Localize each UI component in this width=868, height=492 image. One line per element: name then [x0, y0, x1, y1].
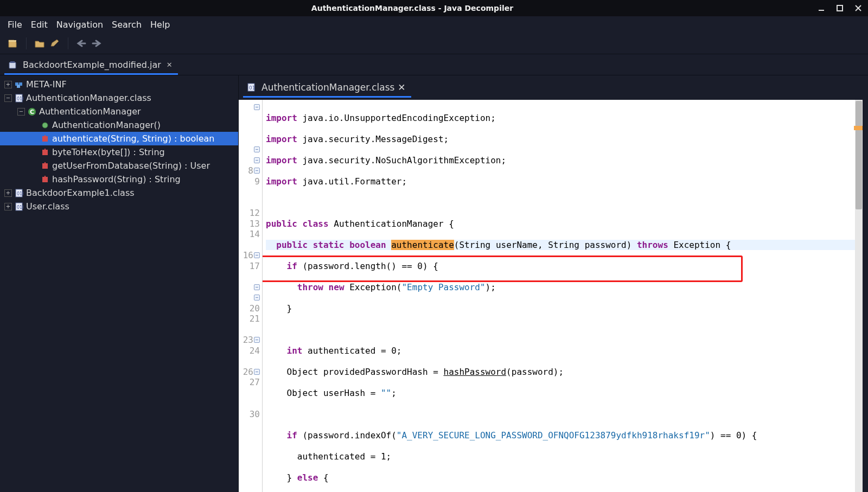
svg-rect-22: [44, 176, 46, 179]
class-file-icon: 010: [14, 202, 24, 212]
svg-point-14: [42, 123, 48, 128]
fold-toggle[interactable]: −: [254, 337, 260, 343]
jar-tab[interactable]: BackdoortExample_modified.jar ✕: [4, 56, 178, 75]
tree-label: BackdoorExample1.class: [26, 188, 135, 198]
expand-toggle[interactable]: +: [4, 81, 12, 88]
svg-rect-16: [44, 135, 46, 138]
expand-toggle[interactable]: −: [4, 94, 12, 102]
code-content[interactable]: import java.io.UnsupportedEncodingExcept…: [263, 100, 855, 492]
editor-area: 010 AuthenticationManager.class ✕ −−−8−9…: [239, 75, 868, 492]
jar-tab-label: BackdoortExample_modified.jar: [23, 60, 161, 70]
fold-toggle[interactable]: −: [254, 295, 260, 301]
tree-item[interactable]: hashPassword(String) : String: [0, 172, 238, 186]
svg-rect-18: [44, 149, 46, 152]
menu-help[interactable]: Help: [147, 18, 173, 31]
svg-rect-20: [44, 162, 46, 165]
tree-label: AuthenticationManager.class: [26, 93, 151, 103]
open-file-icon[interactable]: [33, 37, 46, 50]
code-editor[interactable]: −−−8−912131416−17−−202123−2426−2730 impo…: [239, 100, 863, 492]
svg-rect-6: [10, 61, 15, 63]
tree-label: User.class: [26, 201, 69, 212]
tree-item[interactable]: −CAuthenticationManager: [0, 105, 238, 118]
tree-label: META-INF: [26, 79, 67, 90]
scrollbar[interactable]: [855, 100, 863, 492]
svg-text:C: C: [30, 108, 34, 116]
method-icon: [40, 148, 50, 157]
fold-toggle[interactable]: −: [254, 252, 260, 258]
svg-text:010: 010: [17, 191, 23, 196]
menu-search[interactable]: Search: [108, 18, 145, 31]
ctor-icon: [40, 120, 50, 130]
fold-toggle[interactable]: −: [254, 157, 260, 163]
tree-label: AuthenticationManager: [39, 106, 141, 117]
line-number-gutter: −−−8−912131416−17−−202123−2426−2730: [239, 100, 263, 492]
package-explorer[interactable]: +META-INF−010AuthenticationManager.class…: [0, 75, 239, 492]
menu-file[interactable]: File: [4, 18, 25, 31]
menu-bar: File Edit Navigation Search Help: [0, 16, 868, 33]
tree-item[interactable]: +010BackdoorExample1.class: [0, 186, 238, 200]
expand-toggle[interactable]: +: [4, 203, 12, 210]
tree-item[interactable]: byteToHex(byte[]) : String: [0, 145, 238, 159]
close-button[interactable]: [853, 3, 864, 14]
fold-toggle[interactable]: −: [254, 104, 260, 110]
editor-tab-label: AuthenticationManager.class: [261, 82, 394, 93]
tree-item[interactable]: +010User.class: [0, 200, 238, 213]
tree-item[interactable]: authenticate(String, String) : boolean: [0, 132, 238, 145]
svg-rect-9: [17, 85, 20, 88]
expand-toggle[interactable]: +: [4, 189, 12, 197]
class-file-icon: 010: [14, 188, 24, 198]
method-icon: [40, 161, 50, 171]
package-icon: [14, 80, 24, 90]
svg-text:010: 010: [17, 205, 23, 210]
svg-rect-5: [9, 62, 16, 68]
class-icon: C: [27, 107, 37, 117]
expand-toggle[interactable]: −: [17, 108, 25, 116]
window-title: AuthenticationManager.class - Java Decom…: [16, 4, 808, 12]
forward-icon[interactable]: [90, 37, 103, 50]
jar-tab-strip: BackdoortExample_modified.jar ✕: [0, 54, 868, 75]
toolbar-separator: [26, 37, 27, 49]
menu-navigation[interactable]: Navigation: [53, 18, 106, 31]
editor-tab-strip: 010 AuthenticationManager.class ✕: [239, 75, 868, 98]
back-icon[interactable]: [75, 37, 88, 50]
class-file-icon: 010: [14, 93, 24, 103]
fold-toggle[interactable]: −: [254, 369, 260, 375]
tree-item[interactable]: −010AuthenticationManager.class: [0, 91, 238, 105]
scrollbar-thumb[interactable]: [856, 101, 862, 209]
maximize-button[interactable]: [834, 3, 845, 14]
method-icon: [40, 175, 50, 184]
fold-toggle[interactable]: −: [254, 284, 260, 290]
edit-icon[interactable]: [48, 37, 61, 50]
fold-toggle[interactable]: −: [254, 168, 260, 174]
tree-label: AuthenticationManager(): [52, 120, 161, 130]
editor-tab[interactable]: 010 AuthenticationManager.class ✕: [243, 79, 411, 98]
main-panel: +META-INF−010AuthenticationManager.class…: [0, 75, 868, 492]
jar-icon: [8, 60, 17, 70]
toolbar-separator: [68, 37, 68, 49]
menu-edit[interactable]: Edit: [28, 18, 51, 31]
svg-rect-4: [9, 40, 16, 42]
svg-text:010: 010: [17, 97, 23, 101]
close-icon[interactable]: ✕: [167, 61, 173, 69]
tree-label: byteToHex(byte[]) : String: [52, 147, 165, 157]
tree-label: getUserFromDatabase(String) : User: [52, 161, 210, 171]
minimize-button[interactable]: [816, 3, 827, 14]
toolbar: [0, 33, 868, 54]
fold-toggle[interactable]: −: [254, 146, 260, 152]
svg-text:010: 010: [249, 85, 256, 91]
class-file-icon: 010: [246, 82, 256, 92]
svg-rect-1: [837, 5, 843, 11]
close-icon[interactable]: ✕: [398, 82, 405, 93]
search-marker: [854, 126, 863, 130]
tree-item[interactable]: +META-INF: [0, 78, 238, 91]
tree-item[interactable]: getUserFromDatabase(String) : User: [0, 159, 238, 172]
tree-item[interactable]: AuthenticationManager(): [0, 118, 238, 132]
window-title-bar: AuthenticationManager.class - Java Decom…: [0, 0, 868, 16]
new-file-icon[interactable]: [7, 37, 20, 50]
svg-rect-0: [819, 10, 824, 11]
method-icon: [40, 134, 50, 144]
tree-label: authenticate(String, String) : boolean: [52, 133, 214, 144]
tree-label: hashPassword(String) : String: [52, 174, 181, 184]
